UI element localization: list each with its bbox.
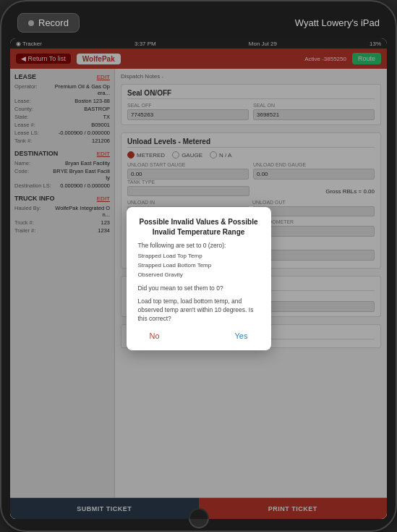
modal-question1: Did you mean to set them to 0? — [138, 284, 260, 293]
modal-overlay: Possible Invalid Values & Possible Inval… — [10, 38, 387, 519]
modal-buttons: No Yes — [138, 330, 260, 342]
record-label: Record — [38, 17, 69, 28]
modal-title: Possible Invalid Values & Possible Inval… — [138, 217, 260, 237]
modal-items: Strapped Load Top Temp Strapped Load Bot… — [138, 252, 260, 279]
modal-yes-button[interactable]: Yes — [223, 330, 260, 342]
modal-dialog: Possible Invalid Values & Possible Inval… — [127, 207, 271, 351]
tablet-frame: Record Wyatt Lowery's iPad ◉ Tracker 3:3… — [0, 0, 397, 532]
modal-intro: The following are set to 0 (zero): — [138, 242, 260, 250]
modal-body: The following are set to 0 (zero): Strap… — [138, 242, 260, 324]
modal-no-button[interactable]: No — [138, 330, 171, 342]
record-button[interactable]: Record — [17, 13, 80, 33]
device-name: Wyatt Lowery's iPad — [295, 17, 380, 28]
modal-question2: Load top temp, load bottom temp, and obs… — [138, 297, 260, 324]
tablet-top-bar: Record Wyatt Lowery's iPad — [10, 13, 387, 38]
record-dot-icon — [28, 20, 34, 26]
tablet-screen: ◉ Tracker 3:37 PM Mon Jul 29 13% ◀ Retur… — [10, 38, 387, 519]
